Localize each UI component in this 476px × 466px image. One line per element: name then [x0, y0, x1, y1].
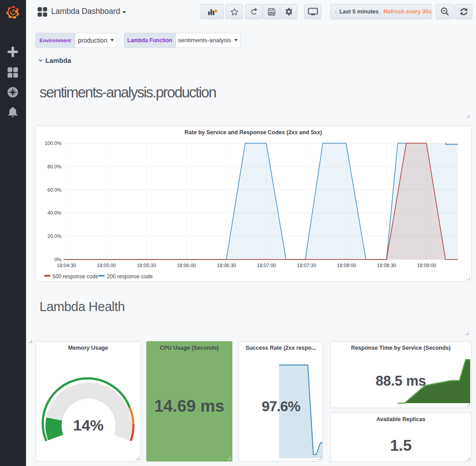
- svg-text:100.0%: 100.0%: [45, 141, 62, 146]
- svg-text:18:08:30: 18:08:30: [377, 263, 396, 268]
- svg-text:18:04:30: 18:04:30: [57, 263, 76, 268]
- svg-text:60.0%: 60.0%: [48, 187, 61, 193]
- svg-text:40.0%: 40.0%: [48, 210, 61, 215]
- svg-text:18:07:30: 18:07:30: [297, 263, 316, 268]
- svg-text:18:06:30: 18:06:30: [217, 263, 236, 268]
- svg-text:18:05:30: 18:05:30: [137, 263, 156, 268]
- svg-text:200 response code: 200 response code: [107, 273, 153, 280]
- svg-text:18:09:00: 18:09:00: [417, 263, 436, 268]
- svg-text:500 response code: 500 response code: [52, 273, 98, 280]
- svg-text:18:08:00: 18:08:00: [337, 263, 356, 268]
- svg-text:20.0%: 20.0%: [48, 233, 61, 239]
- svg-text:18:05:00: 18:05:00: [97, 263, 116, 268]
- svg-text:14%: 14%: [73, 417, 104, 434]
- svg-text:0%: 0%: [54, 257, 61, 262]
- svg-text:18:06:00: 18:06:00: [177, 263, 196, 268]
- svg-text:80.0%: 80.0%: [48, 164, 61, 169]
- svg-text:18:07:00: 18:07:00: [257, 263, 276, 268]
